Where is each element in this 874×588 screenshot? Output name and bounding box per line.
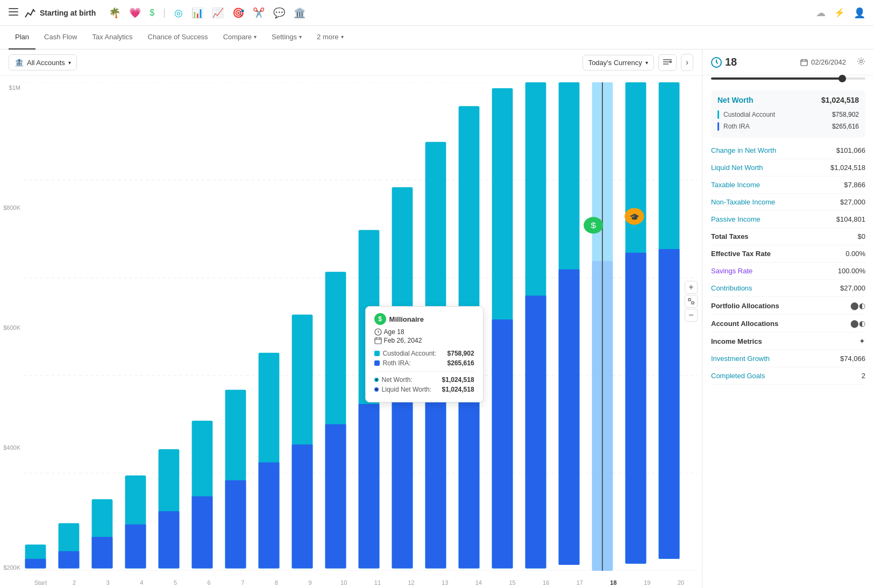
main-layout: 🏦 All Accounts ▾ Today's Currency ▾ (0, 49, 874, 588)
taxable-income-label: Taxable Income (711, 181, 760, 189)
nav-icon-building[interactable]: 🏛️ (294, 7, 305, 19)
svg-rect-24 (192, 497, 213, 569)
nav-icon-goal[interactable]: 🎯 (232, 7, 244, 19)
investment-growth-row: Investment Growth $74,066 (711, 350, 865, 367)
nav-icon-chart1[interactable]: 📊 (191, 7, 203, 19)
nav-icon-chart2[interactable]: 📈 (212, 7, 224, 19)
y-label-600k: $600K (3, 324, 20, 331)
nav-icon-dollar[interactable]: $ (150, 8, 154, 18)
roth-label: Roth IRA (723, 123, 828, 130)
completed-goals-value: 2 (862, 372, 865, 380)
app-title: Starting at birth (25, 8, 96, 18)
svg-text:🎓: 🎓 (629, 212, 640, 222)
x-axis: Start 2 3 4 5 6 7 8 9 10 11 12 13 14 15 … (24, 579, 698, 586)
tab-settings[interactable]: Settings ▾ (265, 26, 308, 49)
total-taxes-row: Total Taxes $0 (711, 228, 865, 245)
nontaxable-value: $27,000 (840, 198, 865, 206)
tooltip-roth-color (374, 360, 380, 366)
tooltip-custodial-color (374, 351, 380, 356)
x-label-start: Start (24, 579, 58, 586)
nav-icon-scissors[interactable]: ✂️ (253, 7, 265, 19)
change-label: Change in Net Worth (711, 146, 776, 154)
savings-rate-row: Savings Rate 100.00% (711, 263, 865, 280)
tab-compare[interactable]: Compare ▾ (217, 26, 263, 49)
right-panel: 18 02/26/2042 Net Worth (702, 49, 874, 588)
x-label-2: 2 (58, 579, 91, 586)
taxable-income-value: $7,866 (844, 181, 865, 189)
zoom-out-button[interactable]: − (685, 309, 698, 322)
completed-goals-row: Completed Goals 2 (711, 367, 865, 385)
compare-chevron: ▾ (254, 34, 257, 40)
y-label-200k: $200K (3, 564, 20, 571)
nav-icon-chat[interactable]: 💬 (273, 7, 285, 19)
account-alloc-row[interactable]: Account Allocations ⬤◐ (711, 315, 865, 332)
tooltip-roth-row: Roth IRA: $265,616 (374, 359, 474, 367)
tab-more[interactable]: 2 more ▾ (310, 26, 350, 49)
roth-dot (717, 122, 719, 131)
panel-header: 18 02/26/2042 (702, 49, 874, 75)
income-metrics-row[interactable]: Income Metrics ✦ (711, 332, 865, 350)
tooltip-networth-row: Net Worth: $1,024,518 (374, 376, 474, 384)
contributions-label: Contributions (711, 284, 752, 292)
custodial-value: $758,902 (832, 111, 859, 118)
tooltip-icon: $ (374, 313, 386, 325)
passive-label: Passive Income (711, 215, 761, 223)
tab-plan[interactable]: Plan (9, 26, 35, 49)
portfolio-icon: ⬤◐ (850, 301, 865, 310)
tab-cashflow[interactable]: Cash Flow (38, 26, 83, 49)
portfolio-alloc-row[interactable]: Portfolio Allocations ⬤◐ (711, 297, 865, 315)
svg-rect-16 (59, 551, 80, 568)
age-value: 18 (725, 56, 737, 68)
tooltip-liquid-dot (374, 387, 379, 392)
net-worth-label: Net Worth (717, 96, 754, 104)
net-worth-value: $1,024,518 (821, 96, 859, 104)
roth-value: $265,616 (832, 123, 859, 130)
investment-growth-label: Investment Growth (711, 355, 770, 363)
svg-rect-14 (25, 559, 46, 569)
x-label-12: 12 (394, 579, 428, 586)
zoom-fit-button[interactable] (685, 295, 698, 308)
svg-rect-18 (92, 537, 113, 569)
tab-tax[interactable]: Tax Analytics (86, 26, 139, 49)
svg-rect-26 (225, 480, 246, 569)
expand-button[interactable]: › (681, 54, 693, 71)
cloud-icon[interactable]: ☁ (816, 7, 826, 19)
savings-label: Savings Rate (711, 267, 752, 275)
clock-icon (374, 328, 382, 336)
settings-icon[interactable]: ⚡ (834, 8, 845, 18)
chart-svg: $ 🎓 (24, 82, 698, 571)
eff-tax-label: Effective Tax Rate (711, 250, 771, 258)
contributions-row: Contributions $27,000 (711, 280, 865, 297)
filter-icon (663, 58, 672, 66)
tooltip-date: Feb 26, 2042 (374, 337, 474, 344)
svg-rect-28 (259, 462, 280, 568)
nav-icon-target[interactable]: ◎ (174, 7, 183, 19)
svg-rect-36 (392, 381, 413, 569)
x-label-4: 4 (125, 579, 159, 586)
svg-rect-58 (688, 299, 691, 301)
savings-value: 100.00% (838, 267, 865, 275)
passive-value: $104,801 (836, 215, 865, 223)
liquid-networth-row: Liquid Net Worth $1,024,518 (711, 159, 865, 176)
user-icon[interactable]: 👤 (854, 7, 865, 19)
calendar-icon (374, 337, 382, 344)
menu-icon[interactable] (9, 8, 18, 17)
custodial-account-row: Custodial Account $758,902 (717, 109, 859, 121)
net-worth-header: Net Worth $1,024,518 (717, 96, 859, 104)
x-label-10: 10 (327, 579, 361, 586)
svg-rect-32 (325, 424, 346, 569)
clock-icon-panel (711, 57, 722, 68)
tab-chance[interactable]: Chance of Success (141, 26, 215, 49)
x-label-19: 19 (630, 579, 664, 586)
filter-button[interactable] (658, 54, 677, 71)
currency-button[interactable]: Today's Currency ▾ (582, 55, 654, 70)
zoom-in-button[interactable]: + (685, 281, 698, 294)
tooltip-networth-dot (374, 378, 379, 382)
accounts-button[interactable]: 🏦 All Accounts ▾ (9, 54, 77, 70)
x-label-5: 5 (159, 579, 193, 586)
panel-settings-button[interactable] (857, 57, 865, 67)
chart-toolbar: 🏦 All Accounts ▾ Today's Currency ▾ (0, 49, 702, 76)
nav-icon-heart[interactable]: 💗 (129, 7, 141, 19)
nav-icon-palm[interactable]: 🌴 (109, 7, 120, 19)
liquid-value: $1,024,518 (830, 164, 865, 172)
